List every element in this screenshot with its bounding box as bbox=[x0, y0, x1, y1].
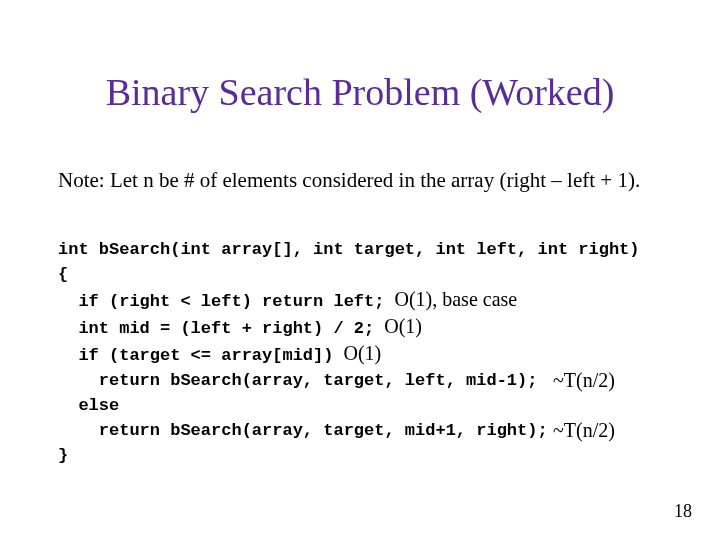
code-text: if (right < left) return left; bbox=[58, 292, 384, 311]
code-line: if (right < left) return left; O(1), bas… bbox=[58, 292, 517, 311]
code-text: else bbox=[58, 396, 119, 415]
code-text: if (target <= array[mid]) bbox=[58, 346, 333, 365]
code-line: { bbox=[58, 265, 68, 284]
slide-title: Binary Search Problem (Worked) bbox=[0, 70, 720, 114]
code-line: else bbox=[58, 396, 119, 415]
code-block: int bSearch(int array[], int target, int… bbox=[58, 212, 640, 468]
code-line: int bSearch(int array[], int target, int… bbox=[58, 240, 640, 259]
annotation: ~T(n/2) bbox=[553, 418, 615, 443]
code-line: if (target <= array[mid]) O(1) bbox=[58, 346, 381, 365]
code-text: } bbox=[58, 446, 68, 465]
annotation: O(1), base case bbox=[384, 288, 517, 310]
page-number: 18 bbox=[674, 501, 692, 522]
note-text: Note: Let n be # of elements considered … bbox=[58, 168, 640, 193]
code-text: { bbox=[58, 265, 68, 284]
code-line: int mid = (left + right) / 2; O(1) bbox=[58, 319, 422, 338]
annotation: O(1) bbox=[374, 315, 422, 337]
code-text: return bSearch(array, target, left, mid-… bbox=[58, 371, 537, 390]
code-text: return bSearch(array, target, mid+1, rig… bbox=[58, 421, 548, 440]
code-line: return bSearch(array, target, mid+1, rig… bbox=[58, 421, 548, 440]
code-line: } bbox=[58, 446, 68, 465]
code-text: int bSearch(int array[], int target, int… bbox=[58, 240, 640, 259]
code-line: return bSearch(array, target, left, mid-… bbox=[58, 371, 537, 390]
annotation: ~T(n/2) bbox=[553, 368, 615, 393]
annotation: O(1) bbox=[333, 342, 381, 364]
code-text: int mid = (left + right) / 2; bbox=[58, 319, 374, 338]
